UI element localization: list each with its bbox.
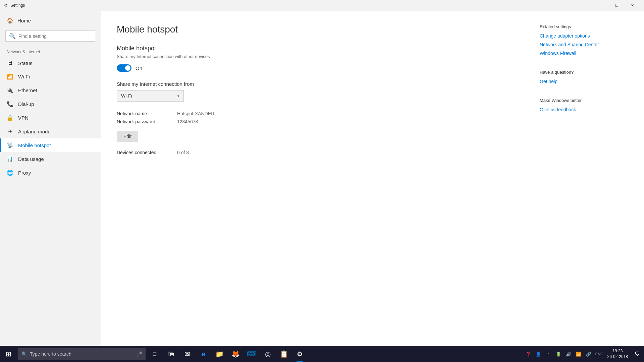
taskbar-app-mail[interactable]: ✉ [179, 346, 195, 362]
network-name-label: Network name: [117, 111, 177, 116]
sidebar-home[interactable]: 🏠 Home [0, 13, 101, 28]
sharing-center-link[interactable]: Network and Sharing Center [540, 42, 635, 47]
sidebar-label-proxy: Proxy [18, 170, 31, 176]
hotspot-icon: 📡 [7, 142, 13, 148]
taskbar-app-settings[interactable]: ⚙ [292, 346, 308, 362]
taskbar-app-vscode[interactable]: ⌨ [244, 346, 260, 362]
sidebar-item-wifi[interactable]: 📶 Wi-Fi [0, 70, 101, 83]
sidebar-item-proxy[interactable]: 🌐 Proxy [0, 166, 101, 180]
wifi-icon: 📶 [7, 73, 13, 80]
vpn-tray-icon[interactable]: 🔗 [584, 346, 593, 362]
right-divider-2 [540, 91, 635, 91]
sidebar-item-dialup[interactable]: 📞 Dial-up [0, 97, 101, 111]
network-tray-icon[interactable]: 📶 [574, 346, 583, 362]
maximize-button[interactable]: ☐ [609, 0, 625, 11]
edge-icon: e [201, 350, 205, 358]
show-hidden-icon[interactable]: ^ [544, 346, 553, 362]
toggle-row: On [117, 64, 514, 72]
sidebar-label-dialup: Dial-up [18, 101, 34, 107]
make-windows-better-title: Make Windows better [540, 98, 635, 103]
sidebar-category: Network & Internet [0, 47, 101, 56]
close-button[interactable]: ✕ [625, 0, 640, 11]
search-icon: 🔍 [9, 33, 16, 39]
taskbar-app-chrome[interactable]: ◎ [260, 346, 276, 362]
start-button[interactable]: ⊞ [0, 346, 17, 362]
taskbar-app-firefox[interactable]: 🦊 [227, 346, 244, 362]
vpn-icon: 🔒 [7, 115, 13, 121]
sidebar-item-ethernet[interactable]: 🔌 Ethernet [0, 83, 101, 97]
firewall-link[interactable]: Windows Firewall [540, 51, 635, 56]
window-title: Settings [10, 3, 25, 8]
language-indicator: ENG [594, 352, 605, 356]
chrome-icon: ◎ [265, 350, 271, 358]
right-panel: Related settings Change adapter options … [530, 11, 644, 346]
sidebar-label-hotspot: Mobile hotspot [18, 142, 51, 148]
search-box[interactable]: 🔍 [5, 31, 95, 42]
sidebar-label-status: Status [18, 60, 33, 66]
mobile-hotspot-toggle[interactable] [117, 64, 131, 72]
window-controls: — ☐ ✕ [594, 0, 640, 11]
sidebar-item-hotspot[interactable]: 📡 Mobile hotspot [0, 138, 101, 152]
battery-icon[interactable]: 🔋 [554, 346, 563, 362]
devices-connected-value: 0 of 8 [177, 150, 189, 155]
notification-center-button[interactable]: 🗨 [631, 346, 644, 362]
search-input[interactable] [18, 34, 92, 39]
sidebar: 🏠 Home 🔍 Network & Internet 🖥 Status 📶 W… [0, 11, 101, 346]
taskbar-app-office[interactable]: 📋 [276, 346, 292, 362]
edit-button[interactable]: Edit [117, 131, 138, 142]
devices-connected-row: Devices connected: 0 of 8 [117, 150, 514, 155]
sidebar-label-datausage: Data usage [18, 156, 44, 162]
sidebar-item-datausage[interactable]: 📊 Data usage [0, 152, 101, 166]
taskbar-search-icon: 🔍 [21, 351, 27, 357]
help-tray-icon[interactable]: ❓ [524, 346, 533, 362]
toggle-label: On [136, 65, 142, 71]
settings-icon: ⚙ [4, 3, 8, 8]
sidebar-label-vpn: VPN [18, 115, 29, 121]
sidebar-item-airplane[interactable]: ✈ Airplane mode [0, 125, 101, 138]
network-password-row: Network password: 12345678 [117, 119, 514, 124]
taskbar-app-taskview[interactable]: ⧉ [147, 346, 163, 362]
taskbar-app-store[interactable]: 🛍 [163, 346, 179, 362]
status-icon: 🖥 [7, 60, 13, 66]
title-bar: ⚙ Settings — ☐ ✕ [0, 0, 644, 11]
notification-icon: 🗨 [635, 351, 640, 357]
dropdown-chevron-icon: ▾ [177, 94, 179, 98]
system-tray: ❓ 👤 ^ 🔋 🔊 📶 🔗 ENG [524, 346, 605, 362]
people-icon[interactable]: 👤 [534, 346, 543, 362]
mail-icon: ✉ [184, 350, 190, 358]
dropdown-value: Wi-Fi [121, 93, 132, 99]
right-divider-1 [540, 63, 635, 63]
clock-date: 26-02-2018 [607, 354, 628, 360]
proxy-icon: 🌐 [7, 170, 13, 176]
taskbar-search-input[interactable] [30, 351, 134, 357]
sidebar-item-status[interactable]: 🖥 Status [0, 56, 101, 70]
network-name-value: Hotspot-XANDER [177, 111, 214, 116]
change-adapter-link[interactable]: Change adapter options [540, 33, 635, 39]
network-password-value: 12345678 [177, 119, 198, 124]
app-body: 🏠 Home 🔍 Network & Internet 🖥 Status 📶 W… [0, 11, 644, 346]
taskbar-search[interactable]: 🔍 🎤 [18, 348, 146, 360]
sidebar-label-ethernet: Ethernet [18, 87, 37, 93]
minimize-button[interactable]: — [594, 0, 609, 11]
vscode-icon: ⌨ [247, 350, 257, 358]
taskbar-clock[interactable]: 19:23 26-02-2018 [605, 348, 631, 360]
store-icon: 🛍 [168, 350, 174, 358]
devices-connected-label: Devices connected: [117, 150, 177, 155]
network-info: Network name: Hotspot-XANDER Network pas… [117, 111, 514, 124]
microphone-icon: 🎤 [137, 351, 142, 357]
section-subtitle: Share my Internet connection with other … [117, 54, 514, 59]
connection-dropdown[interactable]: Wi-Fi ▾ [117, 90, 184, 102]
firefox-icon: 🦊 [231, 350, 240, 358]
taskbar-apps: ⧉ 🛍 ✉ e 📁 🦊 ⌨ ◎ 📋 ⚙ [147, 346, 524, 362]
taskbar-app-edge[interactable]: e [195, 346, 211, 362]
home-icon: 🏠 [7, 17, 13, 24]
get-help-link[interactable]: Get help [540, 79, 635, 84]
related-settings-title: Related settings [540, 24, 635, 29]
sidebar-item-vpn[interactable]: 🔒 VPN [0, 111, 101, 125]
volume-icon[interactable]: 🔊 [564, 346, 573, 362]
network-password-label: Network password: [117, 119, 177, 124]
give-feedback-link[interactable]: Give us feedback [540, 107, 635, 112]
office-icon: 📋 [280, 350, 288, 358]
taskbar-app-explorer[interactable]: 📁 [211, 346, 227, 362]
taskbar: ⊞ 🔍 🎤 ⧉ 🛍 ✉ e 📁 🦊 ⌨ ◎ 📋 [0, 346, 644, 362]
